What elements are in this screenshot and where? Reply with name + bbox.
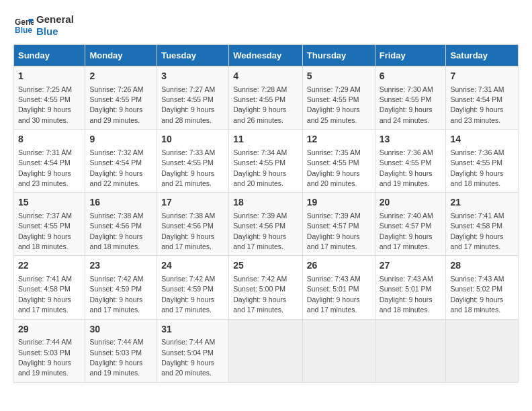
day-info: Sunrise: 7:32 AM Sunset: 4:54 PM Dayligh…	[89, 148, 143, 187]
day-number: 14	[450, 133, 514, 146]
day-cell: 3 Sunrise: 7:27 AM Sunset: 4:55 PM Dayli…	[157, 66, 229, 130]
day-number: 27	[380, 259, 442, 273]
day-info: Sunrise: 7:30 AM Sunset: 4:55 PM Dayligh…	[380, 85, 433, 124]
day-info: Sunrise: 7:31 AM Sunset: 4:54 PM Dayligh…	[18, 148, 72, 187]
day-cell: 24 Sunrise: 7:42 AM Sunset: 4:59 PM Dayl…	[157, 256, 229, 319]
day-number: 25	[233, 259, 298, 273]
week-row-2: 8 Sunrise: 7:31 AM Sunset: 4:54 PM Dayli…	[14, 130, 519, 193]
day-info: Sunrise: 7:42 AM Sunset: 4:59 PM Dayligh…	[89, 275, 143, 314]
day-cell: 21 Sunrise: 7:41 AM Sunset: 4:58 PM Dayl…	[446, 193, 519, 256]
week-row-3: 15 Sunrise: 7:37 AM Sunset: 4:55 PM Dayl…	[14, 193, 519, 256]
day-info: Sunrise: 7:29 AM Sunset: 4:55 PM Dayligh…	[307, 85, 361, 124]
day-info: Sunrise: 7:43 AM Sunset: 5:02 PM Dayligh…	[450, 275, 504, 314]
day-cell: 31 Sunrise: 7:44 AM Sunset: 5:04 PM Dayl…	[157, 319, 229, 382]
day-cell: 12 Sunrise: 7:35 AM Sunset: 4:55 PM Dayl…	[302, 130, 375, 193]
day-number: 8	[18, 133, 81, 146]
header-monday: Monday	[85, 45, 157, 66]
day-info: Sunrise: 7:36 AM Sunset: 4:55 PM Dayligh…	[380, 148, 433, 187]
day-cell: 2 Sunrise: 7:26 AM Sunset: 4:55 PM Dayli…	[85, 66, 157, 130]
day-cell	[229, 319, 303, 382]
day-cell: 7 Sunrise: 7:31 AM Sunset: 4:54 PM Dayli…	[446, 66, 519, 130]
day-number: 30	[89, 323, 152, 336]
day-cell	[375, 319, 446, 382]
svg-text:Blue: Blue	[15, 26, 32, 35]
day-cell: 30 Sunrise: 7:44 AM Sunset: 5:03 PM Dayl…	[85, 319, 157, 382]
day-number: 17	[161, 196, 224, 210]
day-cell: 8 Sunrise: 7:31 AM Sunset: 4:54 PM Dayli…	[14, 130, 85, 193]
day-cell: 23 Sunrise: 7:42 AM Sunset: 4:59 PM Dayl…	[85, 256, 157, 319]
logo-icon: General Blue	[13, 15, 34, 36]
day-number: 26	[307, 259, 371, 273]
header-wednesday: Wednesday	[229, 45, 303, 66]
day-info: Sunrise: 7:38 AM Sunset: 4:56 PM Dayligh…	[161, 212, 215, 250]
week-row-4: 22 Sunrise: 7:41 AM Sunset: 4:58 PM Dayl…	[14, 256, 519, 319]
day-cell: 13 Sunrise: 7:36 AM Sunset: 4:55 PM Dayl…	[375, 130, 446, 193]
day-number: 1	[18, 70, 81, 83]
day-info: Sunrise: 7:35 AM Sunset: 4:55 PM Dayligh…	[307, 148, 361, 187]
page-header: General Blue General Blue	[13, 13, 519, 38]
day-number: 23	[89, 259, 152, 273]
day-cell: 4 Sunrise: 7:28 AM Sunset: 4:55 PM Dayli…	[229, 66, 303, 130]
day-number: 28	[450, 259, 514, 273]
day-number: 6	[380, 70, 442, 83]
day-cell: 11 Sunrise: 7:34 AM Sunset: 4:55 PM Dayl…	[229, 130, 303, 193]
day-number: 12	[307, 133, 371, 146]
day-number: 13	[380, 133, 442, 146]
day-cell: 5 Sunrise: 7:29 AM Sunset: 4:55 PM Dayli…	[302, 66, 375, 130]
day-info: Sunrise: 7:40 AM Sunset: 4:57 PM Dayligh…	[380, 212, 433, 250]
day-info: Sunrise: 7:27 AM Sunset: 4:55 PM Dayligh…	[161, 85, 215, 124]
day-info: Sunrise: 7:36 AM Sunset: 4:55 PM Dayligh…	[450, 148, 504, 187]
day-cell: 14 Sunrise: 7:36 AM Sunset: 4:55 PM Dayl…	[446, 130, 519, 193]
day-info: Sunrise: 7:39 AM Sunset: 4:56 PM Dayligh…	[233, 212, 287, 250]
day-number: 3	[161, 70, 224, 83]
day-info: Sunrise: 7:25 AM Sunset: 4:55 PM Dayligh…	[18, 85, 72, 124]
day-number: 16	[89, 196, 152, 210]
day-cell: 19 Sunrise: 7:39 AM Sunset: 4:57 PM Dayl…	[302, 193, 375, 256]
day-cell: 16 Sunrise: 7:38 AM Sunset: 4:56 PM Dayl…	[85, 193, 157, 256]
day-info: Sunrise: 7:28 AM Sunset: 4:55 PM Dayligh…	[233, 85, 287, 124]
day-info: Sunrise: 7:34 AM Sunset: 4:55 PM Dayligh…	[233, 148, 287, 187]
header-thursday: Thursday	[302, 45, 375, 66]
day-cell: 29 Sunrise: 7:44 AM Sunset: 5:03 PM Dayl…	[14, 319, 85, 382]
header-tuesday: Tuesday	[157, 45, 229, 66]
day-info: Sunrise: 7:43 AM Sunset: 5:01 PM Dayligh…	[307, 275, 361, 314]
day-number: 4	[233, 70, 298, 83]
day-number: 5	[307, 70, 371, 83]
day-info: Sunrise: 7:31 AM Sunset: 4:54 PM Dayligh…	[450, 85, 504, 124]
day-cell: 20 Sunrise: 7:40 AM Sunset: 4:57 PM Dayl…	[375, 193, 446, 256]
day-number: 29	[18, 323, 81, 336]
day-number: 21	[450, 196, 514, 210]
day-info: Sunrise: 7:38 AM Sunset: 4:56 PM Dayligh…	[89, 212, 143, 250]
day-info: Sunrise: 7:33 AM Sunset: 4:55 PM Dayligh…	[161, 148, 215, 187]
day-number: 2	[89, 70, 152, 83]
day-cell: 18 Sunrise: 7:39 AM Sunset: 4:56 PM Dayl…	[229, 193, 303, 256]
day-info: Sunrise: 7:44 AM Sunset: 5:03 PM Dayligh…	[89, 338, 143, 377]
day-number: 11	[233, 133, 298, 146]
day-cell: 28 Sunrise: 7:43 AM Sunset: 5:02 PM Dayl…	[446, 256, 519, 319]
day-number: 10	[161, 133, 224, 146]
day-cell: 9 Sunrise: 7:32 AM Sunset: 4:54 PM Dayli…	[85, 130, 157, 193]
day-cell: 22 Sunrise: 7:41 AM Sunset: 4:58 PM Dayl…	[14, 256, 85, 319]
day-number: 9	[89, 133, 152, 146]
day-number: 19	[307, 196, 371, 210]
day-info: Sunrise: 7:42 AM Sunset: 4:59 PM Dayligh…	[161, 275, 215, 314]
logo-line2: Blue	[36, 26, 74, 38]
day-cell: 1 Sunrise: 7:25 AM Sunset: 4:55 PM Dayli…	[14, 66, 85, 130]
day-cell: 6 Sunrise: 7:30 AM Sunset: 4:55 PM Dayli…	[375, 66, 446, 130]
day-number: 18	[233, 196, 298, 210]
day-cell: 17 Sunrise: 7:38 AM Sunset: 4:56 PM Dayl…	[157, 193, 229, 256]
day-number: 31	[161, 323, 224, 336]
day-cell: 25 Sunrise: 7:42 AM Sunset: 5:00 PM Dayl…	[229, 256, 303, 319]
logo: General Blue General Blue	[13, 13, 74, 38]
day-info: Sunrise: 7:44 AM Sunset: 5:03 PM Dayligh…	[18, 338, 72, 377]
day-number: 7	[450, 70, 514, 83]
week-row-1: 1 Sunrise: 7:25 AM Sunset: 4:55 PM Dayli…	[14, 66, 519, 130]
day-cell: 27 Sunrise: 7:43 AM Sunset: 5:01 PM Dayl…	[375, 256, 446, 319]
day-info: Sunrise: 7:37 AM Sunset: 4:55 PM Dayligh…	[18, 212, 72, 250]
day-number: 22	[18, 259, 81, 273]
day-cell	[446, 319, 519, 382]
logo-line1: General	[36, 13, 74, 26]
calendar-table: SundayMondayTuesdayWednesdayThursdayFrid…	[13, 44, 519, 383]
day-number: 24	[161, 259, 224, 273]
day-info: Sunrise: 7:26 AM Sunset: 4:55 PM Dayligh…	[89, 85, 143, 124]
